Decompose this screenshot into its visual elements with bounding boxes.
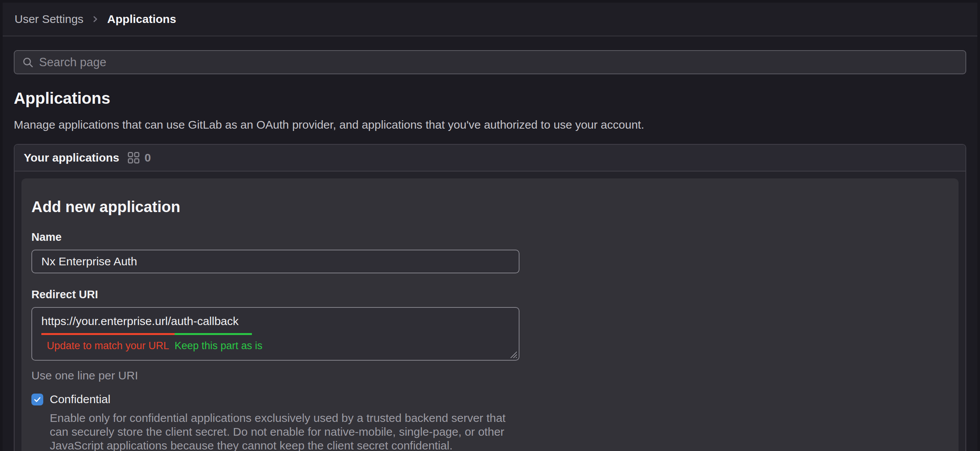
redirect-uri-group: Redirect URI https://your.enterprise.url… — [31, 288, 949, 382]
confidential-description-line: JavaScript applications because they can… — [50, 439, 949, 451]
applications-grid-icon — [127, 152, 140, 164]
checkmark-icon — [33, 395, 42, 404]
applications-count-badge: 0 — [144, 151, 151, 164]
window-edge-left — [0, 0, 3, 451]
add-application-card: Add new application Name Redirect URI ht… — [21, 178, 959, 451]
breadcrumb-bar: User Settings Applications — [0, 0, 980, 36]
confidential-description-line: Enable only for confidential application… — [50, 411, 949, 425]
annotation-keep-part: Keep this part as is — [175, 339, 252, 352]
main-content: Applications Manage applications that ca… — [0, 50, 980, 451]
search-icon — [22, 57, 34, 68]
uri-annotation-underline — [41, 333, 252, 335]
page-search-box — [14, 50, 966, 74]
chevron-right-icon — [90, 14, 100, 24]
redirect-uri-label: Redirect URI — [31, 288, 949, 301]
add-application-title: Add new application — [31, 198, 949, 216]
confidential-checkbox[interactable] — [31, 394, 43, 405]
breadcrumb-applications: Applications — [107, 13, 176, 26]
green-underline-segment — [175, 333, 252, 335]
redirect-uri-help: Use one line per URI — [31, 369, 949, 382]
confidential-label[interactable]: Confidential — [50, 393, 110, 406]
red-underline-segment — [41, 333, 175, 335]
confidential-row: Confidential — [31, 393, 949, 406]
application-name-input[interactable] — [31, 250, 519, 273]
window-edge-right — [977, 0, 980, 451]
confidential-description: Enable only for confidential application… — [50, 411, 949, 451]
your-applications-header: Your applications 0 — [15, 145, 965, 172]
your-applications-body: Add new application Name Redirect URI ht… — [15, 172, 965, 451]
confidential-description-line: can securely store the client secret. Do… — [50, 425, 949, 439]
your-applications-panel: Your applications 0 Add new application … — [14, 144, 966, 451]
your-applications-title: Your applications — [24, 151, 119, 164]
uri-annotation-notes: Update to match your URL Keep this part … — [41, 339, 252, 352]
redirect-uri-value: https://your.enterprise.url/auth-callbac… — [41, 314, 510, 328]
name-field-group: Name — [31, 230, 949, 273]
confidential-group: Confidential Enable only for confidentia… — [31, 393, 949, 451]
redirect-uri-textarea[interactable]: https://your.enterprise.url/auth-callbac… — [31, 307, 519, 361]
page-title: Applications — [14, 90, 966, 107]
name-label: Name — [31, 230, 949, 243]
search-input[interactable] — [39, 56, 958, 69]
annotation-update-url: Update to match your URL — [41, 339, 175, 352]
breadcrumb-user-settings[interactable]: User Settings — [15, 13, 83, 26]
textarea-resize-handle[interactable] — [510, 351, 517, 358]
page-description: Manage applications that can use GitLab … — [14, 118, 966, 132]
window-edge-top — [0, 0, 980, 3]
